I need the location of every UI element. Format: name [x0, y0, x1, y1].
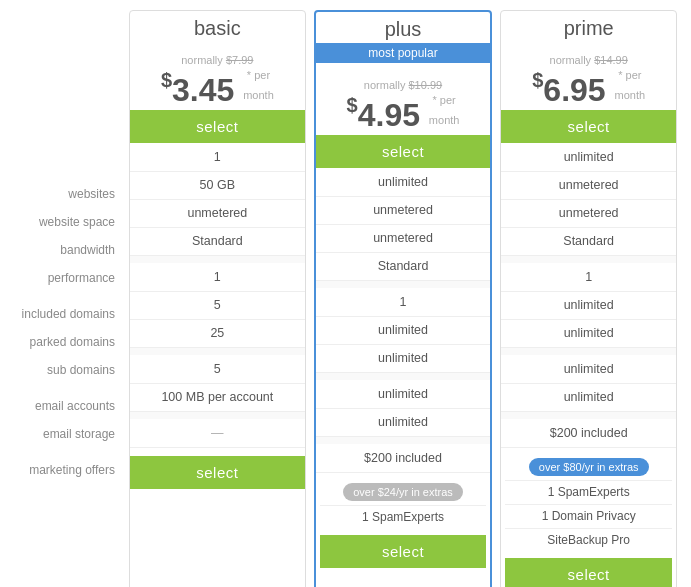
label-websites: websites — [10, 180, 125, 208]
plus-extras: over $24/yr in extras 1 SpamExperts sele… — [316, 472, 491, 574]
prime-marketing-offers: $200 included — [501, 419, 676, 447]
prime-website-space: unmetered — [501, 171, 676, 199]
prime-spamexperts: 1 SpamExperts — [505, 480, 672, 504]
basic-sub-domains: 25 — [130, 319, 305, 347]
basic-website-space: 50 GB — [130, 171, 305, 199]
plus-website-space: unmetered — [316, 196, 491, 224]
plus-spamexperts: 1 SpamExperts — [320, 505, 487, 529]
basic-select-top[interactable]: select — [130, 110, 305, 143]
plus-header: plus most popular — [316, 12, 491, 71]
prime-sitebackup: SiteBackup Pro — [505, 528, 672, 552]
pricing-container: websites website space bandwidth perform… — [0, 0, 691, 587]
plus-performance: Standard — [316, 252, 491, 280]
prime-extras: over $80/yr in extras 1 SpamExperts 1 Do… — [501, 447, 676, 587]
prime-select-bottom[interactable]: select — [505, 558, 672, 587]
basic-normally: normally $7.99 — [134, 54, 301, 66]
plus-websites: unlimited — [316, 168, 491, 196]
plus-price-value: $4.95 — [347, 97, 429, 133]
plus-select-top[interactable]: select — [316, 135, 491, 168]
label-parked-domains: parked domains — [10, 328, 125, 356]
labels-column: websites website space bandwidth perform… — [10, 10, 125, 587]
plus-original-price: $10.99 — [409, 79, 443, 91]
label-included-domains: included domains — [10, 300, 125, 328]
basic-select-bottom[interactable]: select — [130, 456, 305, 489]
plus-price: $4.95 * permonth — [320, 91, 487, 131]
prime-parked-domains: unlimited — [501, 291, 676, 319]
prime-performance: Standard — [501, 227, 676, 255]
prime-per-month: * permonth — [615, 66, 646, 106]
prime-name: prime — [501, 17, 676, 40]
basic-original-price: $7.99 — [226, 54, 254, 66]
plus-bandwidth: unmetered — [316, 224, 491, 252]
prime-email-accounts: unlimited — [501, 355, 676, 383]
prime-websites: unlimited — [501, 143, 676, 171]
prime-bandwidth: unmetered — [501, 199, 676, 227]
prime-price: $6.95 * permonth — [505, 66, 672, 106]
plus-email-accounts: unlimited — [316, 380, 491, 408]
prime-sub-domains: unlimited — [501, 319, 676, 347]
plus-name: plus — [316, 18, 491, 41]
plan-prime: prime normally $14.99 $6.95 * permonth s… — [500, 10, 677, 587]
basic-price-block: normally $7.99 $3.45 * permonth — [130, 46, 305, 110]
prime-extras-badge: over $80/yr in extras — [529, 458, 649, 476]
basic-per-month: * permonth — [243, 66, 274, 106]
plus-included-domains: 1 — [316, 288, 491, 316]
label-sub-domains: sub domains — [10, 356, 125, 384]
label-marketing-offers: marketing offers — [10, 456, 125, 484]
label-performance: performance — [10, 264, 125, 292]
plus-per-month: * permonth — [429, 91, 460, 131]
prime-email-storage: unlimited — [501, 383, 676, 411]
basic-name: basic — [130, 17, 305, 40]
plus-price-block: normally $10.99 $4.95 * permonth — [316, 71, 491, 135]
basic-included-domains: 1 — [130, 263, 305, 291]
plus-sub-domains: unlimited — [316, 344, 491, 372]
basic-bandwidth: unmetered — [130, 199, 305, 227]
label-website-space: website space — [10, 208, 125, 236]
basic-price-value: $3.45 — [161, 72, 243, 108]
basic-header: basic — [130, 11, 305, 46]
prime-header: prime — [501, 11, 676, 46]
prime-normally: normally $14.99 — [505, 54, 672, 66]
plus-normally: normally $10.99 — [320, 79, 487, 91]
basic-email-accounts: 5 — [130, 355, 305, 383]
basic-price: $3.45 * permonth — [134, 66, 301, 106]
prime-price-block: normally $14.99 $6.95 * permonth — [501, 46, 676, 110]
prime-price-value: $6.95 — [532, 72, 614, 108]
plus-parked-domains: unlimited — [316, 316, 491, 344]
prime-included-domains: 1 — [501, 263, 676, 291]
basic-email-storage: 100 MB per account — [130, 383, 305, 411]
label-email-accounts: email accounts — [10, 392, 125, 420]
prime-domain-privacy: 1 Domain Privacy — [505, 504, 672, 528]
plus-extras-badge: over $24/yr in extras — [343, 483, 463, 501]
plan-basic: basic normally $7.99 $3.45 * permonth se… — [129, 10, 306, 587]
plus-select-bottom[interactable]: select — [320, 535, 487, 568]
basic-marketing-offers: — — [130, 419, 305, 447]
label-bandwidth: bandwidth — [10, 236, 125, 264]
prime-select-top[interactable]: select — [501, 110, 676, 143]
plus-marketing-offers: $200 included — [316, 444, 491, 472]
plus-email-storage: unlimited — [316, 408, 491, 436]
basic-websites: 1 — [130, 143, 305, 171]
plan-plus: plus most popular normally $10.99 $4.95 … — [314, 10, 493, 587]
basic-bottom: select — [130, 447, 305, 497]
basic-parked-domains: 5 — [130, 291, 305, 319]
most-popular-badge: most popular — [316, 43, 491, 63]
prime-original-price: $14.99 — [594, 54, 628, 66]
pricing-table: websites website space bandwidth perform… — [10, 10, 681, 587]
basic-performance: Standard — [130, 227, 305, 255]
label-email-storage: email storage — [10, 420, 125, 448]
